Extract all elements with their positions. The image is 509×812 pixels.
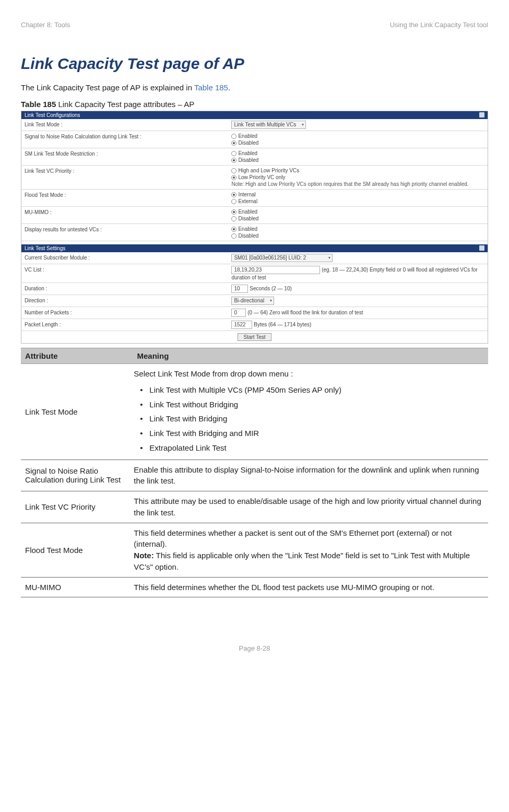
attr-meaning: This field determines whether the DL flo… (134, 582, 488, 593)
radio-enabled[interactable] (231, 209, 236, 215)
attr-meaning: Select Link Test Mode from drop down men… (134, 368, 488, 455)
duration-hint: Seconds (2 — 10) (250, 286, 292, 291)
packet-length-input[interactable]: 1522 (231, 321, 252, 329)
panel-title: Link Test Settings (25, 245, 65, 251)
row-packet-length: Packet Length : 1522 Bytes (64 — 1714 by… (21, 319, 488, 331)
table-caption-text: Link Capacity Test page attributes – AP (56, 100, 194, 109)
attr-name: Link Test VC Priority (21, 502, 134, 511)
label: Number of Packets : (25, 309, 231, 315)
note-label: Note: (134, 551, 153, 560)
panel-header-configurations: Link Test Configurations (21, 111, 488, 119)
panel-toggle-icon[interactable] (479, 245, 484, 251)
row-sm-restriction: SM Link Test Mode Restriction : Enabled … (21, 148, 488, 166)
attr-row-vc-priority: Link Test VC Priority This attribute may… (21, 491, 488, 523)
attr-table-header: Attribute Meaning (21, 348, 488, 364)
label: Display results for untested VCs : (25, 226, 231, 232)
attr-row-link-test-mode: Link Test Mode Select Link Test Mode fro… (21, 364, 488, 460)
section-label: Using the Link Capacity Test tool (390, 21, 488, 29)
row-num-packets: Number of Packets : 0 (0 — 64) Zero will… (21, 307, 488, 319)
attr-row-mu-mimo: MU-MIMO This field determines whether th… (21, 578, 488, 598)
vc-list-input[interactable]: 18,19,20,23 (231, 266, 320, 274)
radio-high-low[interactable] (231, 168, 236, 173)
row-direction: Direction : Bi-directional (21, 295, 488, 307)
attr-meaning: This attribute may be used to enable/dis… (134, 496, 488, 519)
label: SM Link Test Mode Restriction : (25, 150, 231, 157)
panel-toggle-icon[interactable] (479, 112, 484, 117)
radio-enabled[interactable] (231, 227, 236, 232)
radio-disabled[interactable] (231, 233, 236, 239)
radio-internal[interactable] (231, 192, 236, 197)
intro-text-suffix: . (228, 83, 230, 92)
list-item: Link Test with Bridging and MIR (134, 426, 484, 441)
row-flood-test-mode: Flood Test Mode : Internal External (21, 190, 488, 207)
label: Duration : (25, 285, 231, 291)
label: MU-MIMO : (25, 208, 231, 215)
link-test-screenshot: Link Test Configurations Link Test Mode … (21, 111, 488, 344)
intro-text-prefix: The Link Capacity Test page of AP is exp… (21, 83, 194, 92)
attr-row-flood-test-mode: Flood Test Mode This field determines wh… (21, 523, 488, 578)
intro-paragraph: The Link Capacity Test page of AP is exp… (21, 83, 488, 92)
radio-disabled[interactable] (231, 140, 236, 146)
radio-external[interactable] (231, 199, 236, 204)
radio-low-only[interactable] (231, 175, 236, 180)
label: Current Subscriber Module : (25, 254, 231, 261)
page-title: Link Capacity Test page of AP (21, 55, 488, 73)
header-attribute: Attribute (21, 348, 133, 363)
table-caption: Table 185 Link Capacity Test page attrib… (21, 100, 488, 109)
direction-select[interactable]: Bi-directional (231, 297, 274, 305)
label: Link Test Mode : (25, 121, 231, 127)
label: Packet Length : (25, 321, 231, 327)
row-mu-mimo: MU-MIMO : Enabled Disabled (21, 207, 488, 224)
attr-name: Signal to Noise Ratio Calculation during… (21, 466, 134, 484)
attr-name: Link Test Mode (21, 407, 134, 416)
start-test-button[interactable]: Start Test (238, 333, 271, 341)
duration-input[interactable]: 10 (231, 285, 248, 293)
label: VC List : (25, 266, 231, 273)
attr-name: MU-MIMO (21, 583, 134, 592)
attr-meaning: Enable this attribute to display Signal-… (134, 464, 488, 487)
label: Link Test VC Priority : (25, 167, 231, 174)
list-item: Link Test without Bridging (134, 397, 484, 412)
list-item: Link Test with Bridging (134, 411, 484, 426)
label: Signal to Noise Ratio Calculation during… (25, 133, 231, 139)
meaning-list: Link Test with Multiple VCs (PMP 450m Se… (134, 383, 484, 455)
row-vc-priority: Link Test VC Priority : High and Low Pri… (21, 166, 488, 190)
meaning-note: Note: This field is applicable only when… (134, 550, 484, 573)
list-item: Link Test with Multiple VCs (PMP 450m Se… (134, 383, 484, 397)
page-footer: Page 8-28 (21, 644, 488, 652)
row-vc-list: VC List : 18,19,20,23 (eg. 18 — 22,24,30… (21, 264, 488, 283)
meaning-para: This field determines whether a packet i… (134, 527, 484, 550)
num-packets-input[interactable]: 0 (231, 309, 246, 317)
label: Direction : (25, 297, 231, 303)
radio-disabled[interactable] (231, 216, 236, 221)
meaning-lead: Select Link Test Mode from drop down men… (134, 369, 293, 378)
packet-length-hint: Bytes (64 — 1714 bytes) (254, 322, 311, 327)
row-duration: Duration : 10 Seconds (2 — 10) (21, 283, 488, 295)
list-item: Extrapolated Link Test (134, 441, 484, 455)
start-test-row: Start Test (21, 331, 488, 343)
radio-enabled[interactable] (231, 151, 236, 156)
label: Flood Test Mode : (25, 191, 231, 198)
row-snr-calc: Signal to Noise Ratio Calculation during… (21, 131, 488, 148)
row-current-sm: Current Subscriber Module : SM01 [0a003e… (21, 252, 488, 264)
table-caption-number: Table 185 (21, 100, 56, 109)
num-packets-hint: (0 — 64) Zero will flood the link for du… (247, 310, 363, 315)
chapter-label: Chapter 8: Tools (21, 21, 70, 29)
running-header: Chapter 8: Tools Using the Link Capacity… (21, 21, 488, 29)
panel-title: Link Test Configurations (25, 112, 80, 118)
link-test-mode-select[interactable]: Link Test with Multiple VCs (231, 121, 306, 129)
attr-name: Flood Test Mode (21, 546, 134, 555)
radio-enabled[interactable] (231, 134, 236, 139)
header-meaning: Meaning (133, 348, 488, 363)
vc-priority-note: Note: High and Low Priority VCs option r… (231, 181, 484, 187)
row-display-untested: Display results for untested VCs : Enabl… (21, 224, 488, 241)
note-text: This field is applicable only when the "… (134, 551, 470, 571)
radio-disabled[interactable] (231, 158, 236, 163)
current-sm-select[interactable]: SM01 [0a003e061256] LUID: 2 (231, 254, 333, 262)
row-link-test-mode: Link Test Mode : Link Test with Multiple… (21, 119, 488, 131)
attr-row-snr: Signal to Noise Ratio Calculation during… (21, 460, 488, 492)
attr-meaning: This field determines whether a packet i… (134, 527, 488, 573)
table-reference-link[interactable]: Table 185 (194, 83, 228, 92)
panel-header-settings: Link Test Settings (21, 244, 488, 252)
